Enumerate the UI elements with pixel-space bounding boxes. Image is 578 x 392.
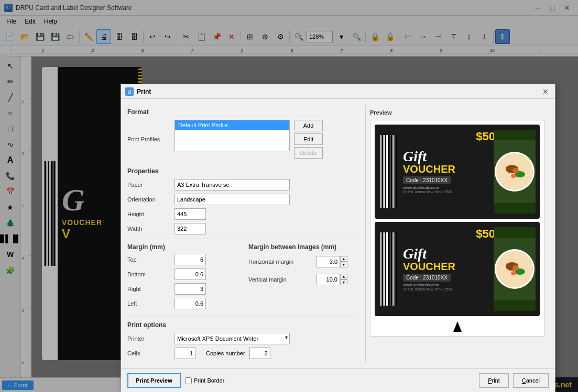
v-margin-label: Vertical margin	[248, 276, 317, 283]
h-margin-spinbtns: ▲ ▼	[340, 256, 347, 267]
svg-point-98	[511, 271, 516, 275]
svg-rect-68	[395, 135, 396, 208]
margin-right-input[interactable]	[175, 283, 206, 295]
printer-label: Printer	[127, 335, 175, 342]
properties-section-label: Properties	[127, 167, 359, 175]
svg-rect-63	[388, 135, 389, 208]
height-row: Height	[127, 208, 359, 220]
print-profiles-row: Print Profiles Default Print Profile Add…	[127, 120, 359, 159]
svg-rect-87	[390, 232, 392, 306]
dialog-footer: Print Preview Print Border Print Cancel	[121, 368, 555, 392]
cancel-btn-rest: ancel	[526, 377, 540, 384]
profiles-and-buttons: Default Print Profile Add Edit Delete	[175, 120, 323, 159]
svg-rect-90	[395, 232, 396, 306]
print-border-checkbox[interactable]	[185, 377, 192, 384]
svg-rect-99	[494, 227, 536, 238]
preview-area: Gift VOUCHER Code : 231010XX www.abcfood…	[370, 120, 544, 337]
v-margin-up[interactable]: ▲	[340, 274, 347, 279]
width-input[interactable]	[175, 223, 206, 234]
print-btn-rest: rint	[492, 377, 499, 384]
svg-rect-77	[494, 130, 536, 140]
website-2: www.abcfoods.com	[403, 283, 489, 287]
margins-section: Margin (mm) Top Bottom Right	[127, 243, 359, 312]
svg-rect-61	[385, 135, 386, 208]
copies-label: Copies number	[206, 350, 245, 356]
margin-left-input[interactable]	[175, 298, 206, 309]
profile-item-default[interactable]: Default Print Profile	[175, 120, 289, 130]
voucher-content-2: Gift VOUCHER Code : 231010XX www.abcfood…	[399, 244, 494, 294]
amount-1: $50	[476, 130, 495, 143]
height-label: Height	[127, 211, 175, 217]
svg-rect-86	[389, 232, 390, 306]
margin-right-label: Right	[127, 286, 175, 292]
gift-text-2: Gift	[403, 247, 489, 260]
profiles-list[interactable]: Default Print Profile	[175, 120, 290, 151]
dialog-body: Format Print Profiles Default Print Prof…	[121, 99, 555, 368]
print-dialog: 🖨 Print ✕ Format Print Profiles Default …	[121, 84, 555, 392]
orientation-label: Orientation	[127, 196, 175, 203]
h-margin-up[interactable]: ▲	[340, 256, 347, 262]
svg-rect-100	[494, 300, 536, 311]
address-2: Sit Rd. Azusa New York 39531	[403, 287, 489, 291]
svg-rect-67	[394, 135, 395, 208]
svg-point-97	[512, 265, 519, 271]
svg-rect-81	[382, 232, 383, 306]
delete-profile-button[interactable]: Delete	[294, 147, 323, 159]
cells-input[interactable]	[175, 348, 195, 359]
print-preview-button[interactable]: Print Preview	[127, 373, 181, 388]
barcode-1-svg	[380, 135, 397, 208]
v-margin-spinbtns: ▲ ▼	[340, 274, 347, 285]
edit-profile-button[interactable]: Edit	[294, 133, 323, 145]
print-button[interactable]: Print	[479, 373, 509, 388]
v-margin-down[interactable]: ▼	[340, 279, 347, 285]
paper-input[interactable]	[175, 179, 290, 191]
h-margin-row: Horizontal margin ▲ ▼	[248, 256, 359, 267]
paper-row: Paper	[127, 179, 359, 191]
gift-text-1: Gift	[403, 150, 489, 163]
printer-select[interactable]: Microsoft XPS Document Writer	[175, 333, 290, 344]
divider1	[127, 163, 359, 163]
v-margin-input[interactable]	[317, 274, 340, 285]
h-margin-input[interactable]	[317, 256, 340, 267]
orientation-row: Orientation	[127, 194, 359, 205]
margin-between-col: Margin between Images (mm) Horizontal ma…	[248, 243, 359, 312]
h-margin-down[interactable]: ▼	[340, 262, 347, 267]
arrow-container	[375, 321, 540, 332]
svg-rect-65	[390, 135, 392, 208]
svg-rect-82	[384, 232, 384, 306]
svg-rect-78	[494, 203, 536, 214]
height-input[interactable]	[175, 208, 206, 220]
margin-top-input[interactable]	[175, 254, 206, 265]
footer-left: Print Preview Print Border	[127, 373, 475, 388]
print-border-label[interactable]: Print Border	[185, 377, 225, 384]
cancel-button[interactable]: Cancel	[513, 373, 549, 388]
copies-input[interactable]	[249, 348, 270, 359]
preview-title: Preview	[370, 109, 544, 116]
margin-top-row: Top	[127, 254, 238, 265]
dialog-overlay: 🖨 Print ✕ Format Print Profiles Default …	[0, 0, 578, 392]
svg-rect-80	[381, 232, 381, 306]
svg-rect-66	[392, 135, 393, 208]
dialog-left-panel: Format Print Profiles Default Print Prof…	[127, 105, 359, 362]
amount-2: $50	[476, 227, 495, 241]
cells-label: Cells	[127, 350, 175, 356]
width-label: Width	[127, 226, 175, 232]
margin-col: Margin (mm) Top Bottom Right	[127, 243, 238, 312]
width-row: Width	[127, 223, 359, 234]
print-options-label: Print options	[127, 321, 359, 329]
voucher-text-2: VOUCHER	[403, 261, 489, 272]
h-margin-spinner: ▲ ▼	[317, 256, 347, 267]
dialog-close-button[interactable]: ✕	[540, 87, 551, 96]
margin-bottom-input[interactable]	[175, 268, 206, 280]
svg-rect-62	[387, 135, 387, 208]
svg-rect-58	[381, 135, 381, 208]
add-profile-button[interactable]: Add	[294, 120, 323, 131]
profiles-buttons: Add Edit Delete	[294, 120, 323, 159]
divider3	[127, 317, 359, 317]
margin-left-row: Left	[127, 298, 238, 309]
margin-left-label: Left	[127, 300, 175, 307]
cancel-btn-icon: C	[522, 377, 526, 384]
svg-rect-69	[396, 135, 397, 208]
orientation-input[interactable]	[175, 194, 290, 205]
v-margin-spinner: ▲ ▼	[317, 274, 347, 285]
